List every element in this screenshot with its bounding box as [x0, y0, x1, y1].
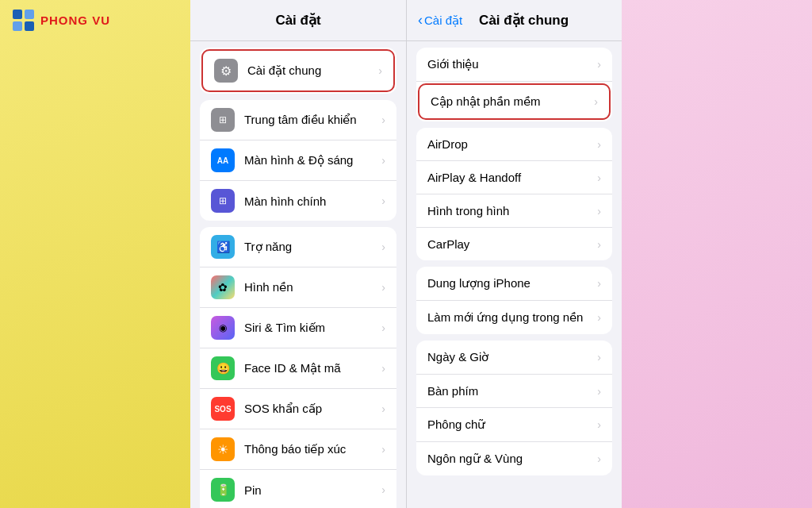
general-item-carplay[interactable]: CarPlay › — [416, 228, 612, 260]
general-group-2: AirDrop › AirPlay & Handoff › Hình trong… — [416, 128, 612, 260]
chevron-icon-cai-dat-chung: › — [378, 64, 382, 77]
chevron-icon-ngay-gio: › — [597, 351, 601, 364]
chevron-icon-cap-nhat: › — [594, 95, 598, 108]
general-group-1: Giới thiệu › Cập nhật phần mềm › — [416, 48, 612, 121]
settings-panel-header: Cài đặt — [190, 0, 406, 41]
chevron-icon-dung-luong: › — [597, 277, 601, 290]
settings-label-hinh-nen: Hình nền — [244, 280, 381, 294]
settings-item-cai-dat-chung[interactable]: ⚙ Cài đặt chung › — [201, 49, 395, 92]
settings-label-man-hinh-chinh: Màn hình chính — [244, 194, 381, 208]
logo-cell-3 — [13, 21, 22, 31]
back-button[interactable]: ‹ Cài đặt — [418, 12, 462, 29]
logo-area: PHONG VU — [0, 0, 190, 40]
chevron-icon-sos: › — [381, 402, 385, 415]
chevron-icon-man-hinh: › — [381, 154, 385, 167]
settings-item-siri[interactable]: ◉ Siri & Tìm kiếm › — [200, 308, 396, 348]
settings-list: ⚙ Cài đặt chung › ⊞ Trung tâm điều khiển… — [190, 41, 406, 508]
general-header-title: Cài đặt chung — [469, 12, 579, 29]
chevron-icon-face-id: › — [381, 362, 385, 375]
main-container: Cài đặt ⚙ Cài đặt chung › ⊞ Trung tâm đi… — [190, 0, 622, 508]
chevron-icon-thong-bao: › — [381, 443, 385, 456]
settings-icon-man-hinh-chinh: ⊞ — [211, 189, 235, 213]
settings-item-thong-bao[interactable]: ☀ Thông báo tiếp xúc › — [200, 429, 396, 470]
general-item-hinh-trong-hinh[interactable]: Hình trong hình › — [416, 194, 612, 228]
chevron-icon-siri: › — [381, 321, 385, 334]
settings-item-trung-tam[interactable]: ⊞ Trung tâm điều khiển › — [200, 100, 396, 140]
settings-icon-thong-bao: ☀ — [211, 437, 235, 461]
settings-item-tro-nang[interactable]: ♿ Trợ năng › — [200, 227, 396, 267]
general-item-phong-chu[interactable]: Phông chữ › — [416, 408, 612, 442]
settings-icon-cai-dat-chung: ⚙ — [214, 59, 238, 83]
settings-item-sos[interactable]: SOS SOS khẩn cấp › — [200, 389, 396, 429]
general-label-dung-luong: Dung lượng iPhone — [427, 276, 597, 291]
general-label-carplay: CarPlay — [427, 237, 597, 251]
general-item-ban-phim[interactable]: Bàn phím › — [416, 375, 612, 408]
general-label-ban-phim: Bàn phím — [427, 384, 597, 398]
chevron-icon-ngon-ngu: › — [597, 452, 601, 465]
chevron-icon-trung-tam: › — [381, 114, 385, 126]
general-item-ngay-gio[interactable]: Ngày & Giờ › — [416, 341, 612, 375]
settings-label-man-hinh: Màn hình & Độ sáng — [244, 153, 381, 167]
general-item-cap-nhat[interactable]: Cập nhật phần mềm › — [418, 83, 611, 120]
settings-item-man-hinh-chinh[interactable]: ⊞ Màn hình chính › — [200, 181, 396, 221]
logo-text-part1: PHONG — [40, 13, 88, 27]
general-item-airplay[interactable]: AirPlay & Handoff › — [416, 161, 612, 194]
settings-label-pin: Pin — [244, 483, 381, 497]
general-group-4: Ngày & Giờ › Bàn phím › Phông chữ › Ngôn… — [416, 341, 612, 475]
general-item-dung-luong[interactable]: Dung lượng iPhone › — [416, 267, 612, 301]
general-item-ngon-ngu[interactable]: Ngôn ngữ & Vùng › — [416, 442, 612, 475]
chevron-icon-hinh-nen: › — [381, 281, 385, 294]
logo-cell-4 — [25, 21, 34, 31]
general-label-airplay: AirPlay & Handoff — [427, 171, 597, 184]
settings-item-hinh-nen[interactable]: ✿ Hình nền › — [200, 267, 396, 308]
settings-label-sos: SOS khẩn cấp — [244, 402, 381, 416]
general-label-hinh-trong-hinh: Hình trong hình — [427, 204, 597, 217]
settings-item-pin[interactable]: 🔋 Pin › — [200, 470, 396, 508]
general-label-cap-nhat: Cập nhật phần mềm — [431, 94, 594, 109]
settings-label-siri: Siri & Tìm kiếm — [244, 321, 381, 335]
settings-label-trung-tam: Trung tâm điều khiển — [244, 113, 381, 127]
general-group-3: Dung lượng iPhone › Làm mới ứng dụng tro… — [416, 267, 612, 334]
settings-group-2: ⊞ Trung tâm điều khiển › AA Màn hình & Đ… — [200, 100, 396, 221]
settings-label-tro-nang: Trợ năng — [244, 240, 381, 254]
settings-icon-hinh-nen: ✿ — [211, 275, 235, 299]
settings-header-title: Cài đặt — [275, 12, 320, 29]
logo-text: PHONG VU — [40, 13, 110, 27]
settings-label-face-id: Face ID & Mật mã — [244, 361, 381, 375]
logo-cell-2 — [25, 10, 34, 19]
settings-label-cai-dat-chung: Cài đặt chung — [247, 64, 378, 78]
settings-item-face-id[interactable]: 😀 Face ID & Mật mã › — [200, 348, 396, 389]
general-panel: ‹ Cài đặt Cài đặt chung Giới thiệu › Cập… — [406, 0, 622, 508]
chevron-icon-airdrop: › — [597, 138, 601, 151]
chevron-icon-carplay: › — [597, 238, 601, 251]
chevron-icon-gioi-thieu: › — [597, 58, 601, 71]
chevron-icon-tro-nang: › — [381, 241, 385, 253]
settings-group-3: ♿ Trợ năng › ✿ Hình nền › ◉ Siri & Tìm k… — [200, 227, 396, 508]
logo-cell-1 — [13, 10, 22, 19]
general-item-lam-moi[interactable]: Làm mới ứng dụng trong nền › — [416, 301, 612, 334]
settings-icon-siri: ◉ — [211, 316, 235, 340]
chevron-icon-hinh-trong-hinh: › — [597, 205, 601, 217]
logo-text-part2: VU — [92, 13, 110, 27]
back-chevron-icon: ‹ — [418, 12, 423, 29]
general-label-ngon-ngu: Ngôn ngữ & Vùng — [427, 452, 597, 466]
general-label-lam-moi: Làm mới ứng dụng trong nền — [427, 310, 597, 325]
general-item-airdrop[interactable]: AirDrop › — [416, 128, 612, 161]
settings-icon-man-hinh: AA — [211, 148, 235, 172]
chevron-icon-pin: › — [381, 483, 385, 496]
chevron-icon-ban-phim: › — [597, 385, 601, 398]
settings-item-man-hinh-do-sang[interactable]: AA Màn hình & Độ sáng › — [200, 140, 396, 181]
general-item-gioi-thieu[interactable]: Giới thiệu › — [416, 48, 612, 82]
settings-icon-sos: SOS — [211, 397, 235, 421]
settings-icon-trung-tam: ⊞ — [211, 108, 235, 132]
settings-group-1: ⚙ Cài đặt chung › — [200, 48, 396, 94]
chevron-icon-lam-moi: › — [597, 311, 601, 324]
settings-panel: Cài đặt ⚙ Cài đặt chung › ⊞ Trung tâm đi… — [190, 0, 406, 508]
logo-grid-icon — [13, 10, 34, 31]
general-label-airdrop: AirDrop — [427, 137, 597, 151]
general-label-phong-chu: Phông chữ — [427, 418, 597, 432]
chevron-icon-man-hinh-chinh: › — [381, 194, 385, 207]
settings-label-thong-bao: Thông báo tiếp xúc — [244, 442, 381, 456]
background-right — [622, 0, 812, 508]
back-label: Cài đặt — [424, 13, 462, 28]
